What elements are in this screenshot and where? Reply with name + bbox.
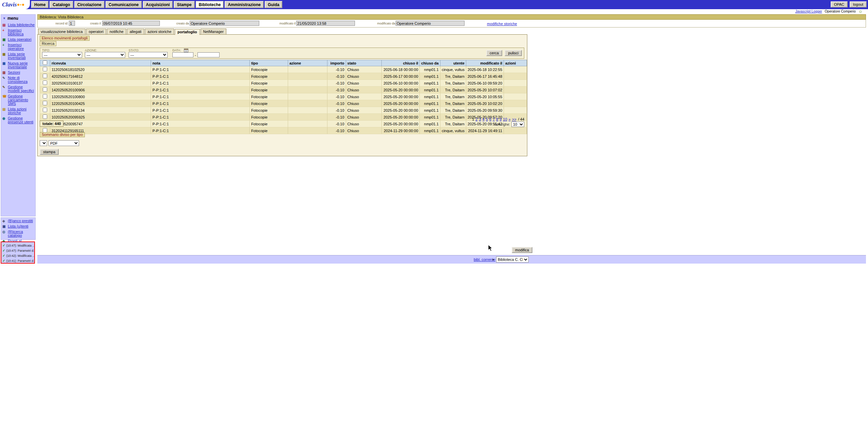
column-header-chiuso-il[interactable]: chiuso il bbox=[382, 60, 420, 66]
column-header-stato[interactable]: stato bbox=[346, 60, 382, 66]
page-link-8[interactable]: 8 bbox=[496, 117, 498, 121]
sidebar-item-lista-azioni-storiche[interactable]: ▤Lista azioni storiche bbox=[1, 107, 35, 116]
sidebar-item-b-anco-prestiti[interactable]: ◆(B)anco prestiti bbox=[1, 218, 35, 224]
column-header-importo[interactable]: importo bbox=[327, 60, 346, 66]
pulisci-button[interactable]: pulisci bbox=[505, 50, 522, 56]
column-header-chiuso-da[interactable]: chiuso da bbox=[420, 60, 440, 66]
sidebar-item-note-di-consistenza[interactable]: ✎Note di consistenza bbox=[1, 75, 35, 85]
table-row: 320250610100137P-P:1-C:1Fotocopie-0.10Ch… bbox=[40, 80, 527, 87]
nav-item-comunicazione[interactable]: Comunicazione bbox=[106, 1, 142, 8]
nav-item-amministrazione[interactable]: Amministrazione bbox=[225, 1, 264, 8]
row-checkbox[interactable] bbox=[43, 74, 47, 78]
movements-section-header[interactable]: Elenco movimenti portafogli bbox=[40, 36, 90, 41]
page-link-3[interactable]: 3 bbox=[479, 117, 481, 121]
cell-ricevuta: 1220250520100425 bbox=[50, 100, 151, 107]
bibl-corrente-link[interactable]: bibl. corrente bbox=[474, 257, 495, 262]
smiley-icon: ☺ bbox=[858, 10, 863, 13]
cell-importo: -0.10 bbox=[327, 93, 346, 100]
sidebar-item-inserisci-biblioteca[interactable]: +Inserisci biblioteca bbox=[1, 28, 35, 37]
stampa-button[interactable]: stampa bbox=[40, 149, 59, 155]
modifiche-storiche-link[interactable]: modifiche storiche bbox=[487, 22, 517, 26]
tab-notifiche[interactable]: notifiche bbox=[107, 29, 126, 35]
nav-item-stampe[interactable]: Stampe bbox=[174, 1, 194, 8]
column-header-ricevuta[interactable]: ricevuta bbox=[50, 60, 151, 66]
row-checkbox[interactable] bbox=[43, 67, 47, 71]
page-link-4[interactable]: 4 bbox=[483, 117, 485, 121]
num-righe-select[interactable]: 10 bbox=[511, 122, 524, 127]
row-checkbox[interactable] bbox=[43, 87, 47, 92]
tab-operatori[interactable]: operatori bbox=[86, 29, 106, 35]
clavis-logo: Clavis bbox=[0, 0, 30, 9]
page-link-5[interactable]: 5 bbox=[486, 117, 488, 121]
current-library-select[interactable]: Biblioteca C. Chiarello bbox=[496, 256, 529, 263]
sidebar-item-lista-serie-inventariali[interactable]: ▦Lista serie inventariali bbox=[1, 52, 35, 61]
row-checkbox[interactable] bbox=[43, 81, 47, 85]
page-link-6[interactable]: 6 bbox=[489, 117, 491, 121]
logged-user-name: Operatore Comperio bbox=[825, 10, 856, 13]
row-checkbox[interactable] bbox=[43, 94, 47, 99]
sidebar-item-label: Inserisci biblioteca bbox=[8, 29, 35, 36]
nav-item-guida[interactable]: Guida bbox=[265, 1, 282, 8]
notification-item[interactable]: ✓(10:47): Modificata ... bbox=[1, 243, 34, 248]
page-link-10[interactable]: 10 bbox=[503, 117, 507, 121]
notification-item[interactable]: ✓(10:42): Modificata .. bbox=[1, 253, 34, 258]
sidebar-item-nuova-serie-inventariale[interactable]: ▦Nuova serie inventariale bbox=[1, 61, 35, 70]
tab-visualizzazione-biblioteca[interactable]: visualizzazione biblioteca bbox=[38, 29, 86, 35]
tab-azioni-storiche[interactable]: azioni storiche bbox=[145, 29, 174, 35]
row-checkbox[interactable] bbox=[43, 101, 47, 105]
page-link-2[interactable]: 2 bbox=[475, 117, 477, 121]
sommario-button[interactable]: Sommario diviso per tipo bbox=[40, 132, 85, 137]
sidebar-item-sezioni[interactable]: ▥Sezioni bbox=[1, 70, 35, 75]
column-header-utente[interactable]: utente bbox=[440, 60, 466, 66]
azione-select[interactable]: --- bbox=[85, 52, 125, 58]
table-row: 1420250520100906P-P:1-C:1Fotocopie-0.10C… bbox=[40, 87, 527, 93]
tab-allegati[interactable]: allegati bbox=[127, 29, 144, 35]
cerca-button[interactable]: cerca bbox=[486, 50, 502, 56]
page-link-7[interactable]: 7 bbox=[493, 117, 495, 121]
last-page-link[interactable]: >> bbox=[512, 117, 516, 121]
notification-item[interactable]: ✓(10:47): Parametri d.. bbox=[1, 248, 34, 253]
sidebar-item-inserisci-operatore[interactable]: +Inserisci operatore bbox=[1, 42, 35, 52]
column-header-nota[interactable]: nota bbox=[151, 60, 250, 66]
sidebar-item-gestione-caricamento-sms[interactable]: ☎Gestione caricamento SMS bbox=[1, 94, 35, 107]
row-checkbox[interactable] bbox=[43, 114, 47, 119]
select-all-checkbox[interactable] bbox=[43, 60, 47, 65]
calendar-icon[interactable] bbox=[184, 48, 188, 52]
column-header-tipo[interactable]: tipo bbox=[250, 60, 288, 66]
sidebar-item-r-icerca-catalogo[interactable]: ◎(R)icerca catalogo bbox=[1, 229, 35, 238]
models-icon: ✎ bbox=[2, 85, 6, 89]
tab-netmanager[interactable]: NetManager bbox=[201, 29, 227, 35]
column-header-azioni[interactable]: azioni bbox=[504, 60, 527, 66]
sidebar-item-gestione-modelli-specifici[interactable]: ✎Gestione modelli specifici bbox=[1, 85, 35, 94]
tab-portafoglio[interactable]: portafoglio bbox=[175, 29, 200, 35]
logout-button[interactable]: logout bbox=[850, 1, 867, 7]
sidebar-item-lista-biblioteche[interactable]: ▤Lista biblioteche bbox=[1, 22, 35, 28]
nav-item-home[interactable]: Home bbox=[31, 1, 49, 8]
export-format-select[interactable]: PDF bbox=[49, 140, 79, 146]
cell-chiuso-il: 2025-06-18 00:00:00 bbox=[382, 66, 420, 73]
nav-item-circolazione[interactable]: Circolazione bbox=[74, 1, 105, 8]
date-to-input[interactable] bbox=[197, 52, 220, 57]
next-page-link[interactable]: » bbox=[509, 117, 511, 121]
opac-button[interactable]: OPAC bbox=[831, 1, 848, 7]
export-target-select[interactable] bbox=[40, 140, 47, 146]
cell-utente: Tre, Daitarn bbox=[440, 107, 466, 114]
ricerca-toggle[interactable]: Ricerca bbox=[40, 41, 56, 46]
row-checkbox[interactable] bbox=[43, 108, 47, 112]
check-icon: ✓ bbox=[2, 259, 5, 263]
stato-select[interactable]: --- bbox=[129, 52, 168, 58]
page-link-9[interactable]: 9 bbox=[499, 117, 502, 121]
sidebar-item-lista-operatori[interactable]: ▣Lista operatori bbox=[1, 37, 35, 42]
column-header-azione[interactable]: azione bbox=[288, 60, 327, 66]
nav-item-biblioteche[interactable]: Biblioteche bbox=[196, 1, 224, 8]
date-from-input[interactable] bbox=[172, 52, 193, 57]
modifica-button[interactable]: modifica bbox=[512, 247, 532, 253]
javascript-logger-link[interactable]: Javascript Logger bbox=[795, 10, 822, 13]
sidebar-item-lista-u-tenti[interactable]: ▣Lista (u)tenti bbox=[1, 224, 35, 229]
tipo-select[interactable]: --- bbox=[42, 52, 82, 58]
column-header-modificato-il[interactable]: modificato il bbox=[466, 60, 504, 66]
nav-item-acquisizioni[interactable]: Acquisizioni bbox=[143, 1, 173, 8]
sidebar-item-gestione-presenze-utenti[interactable]: ◉Gestione presenze utenti bbox=[1, 116, 35, 125]
nav-item-catalogo[interactable]: Catalogo bbox=[50, 1, 73, 8]
notification-item[interactable]: ✓(10:41): Parametri d... bbox=[1, 258, 34, 263]
